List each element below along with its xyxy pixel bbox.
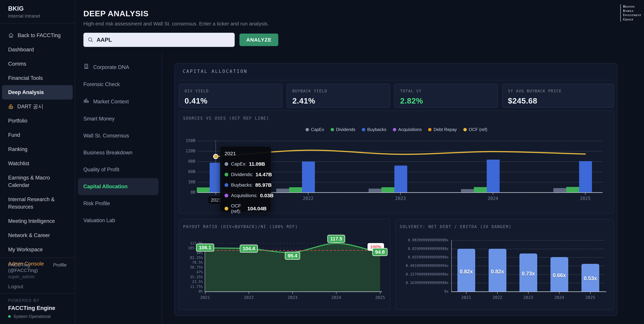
y-tick-label: 70.5% [181,260,203,265]
sidebar-item-deep-analysis[interactable]: Deep Analysis [2,85,73,100]
sidebar-item-network-career[interactable]: Network & Career [0,228,75,242]
ticker-search-box [84,33,235,47]
tooltip-row-dividends: Dividends: 14.47B [224,172,266,178]
x-tick-label: 2022 [237,295,261,300]
subnav-item-valuation-lab[interactable]: Valuation Lab [75,212,162,229]
metric-value: 2.41% [292,96,384,106]
point-label-2021[interactable]: 106.1 [196,244,214,252]
axis-tick [585,193,586,195]
sidebar-item-meeting-intelligence[interactable]: Meeting Intelligence [0,214,75,228]
axis-tick [292,292,293,294]
axis-tick [380,292,380,294]
sidebar-item-label: DART 공시 [17,103,44,110]
axis-tick [336,292,336,294]
sidebar-item-ranking[interactable]: Ranking [0,142,75,156]
subnav-item-corporate-dna[interactable]: Corporate DNA [75,58,162,76]
sidebar-item-earnings-macro-calendar[interactable]: Earnings & Macro Calendar [0,171,75,192]
capital-allocation-panel: CAPITAL ALLOCATION DIV YIELD 0.41% BUYBA… [174,63,618,316]
sidebar-item-label: Financial Tools [8,74,43,82]
subnav-item-market-context[interactable]: Market Context [75,93,162,110]
subnav-item-forensic-check[interactable]: Forensic Check [75,76,162,93]
ocf-point-marker[interactable] [214,154,218,159]
x-tick-label: 2025 [368,295,392,300]
sidebar-item-portfolio[interactable]: Portfolio [0,114,75,128]
subnav-item-smart-money[interactable]: Smart Money [75,110,162,127]
x-tick-label: 2023 [281,295,304,300]
y-tick-label: 0.9839999999999998x [396,238,448,243]
y-tick-label: 30B [181,180,196,184]
main-area: DEEP ANALYSIS High-end risk assessment a… [75,0,644,324]
x-tick-label: 2025 [578,295,602,300]
sidebar-item-back-to-faccting[interactable]: Back to FACCTing [0,28,75,42]
sidebar-item-label: Comms [8,60,26,68]
bar-value-label: 0.82x [460,268,473,275]
subnav-item-risk-profile[interactable]: Risk Profile [75,195,162,212]
y-tick-label: 47% [181,270,203,275]
tooltip-title: 2021 [224,151,266,156]
page-subtitle: High-end risk assessment and Wall St. co… [84,21,644,26]
payout-ratio-chart: PAYOUT RATIO (DIV+BUYBACK)/NI (100% REF)… [179,219,390,310]
tooltip-label: Buybacks: [231,182,253,188]
legend-item-debt-repay[interactable]: Debt Repay [428,127,457,132]
y-axis-line [451,240,452,292]
point-label-2025[interactable]: 94.8 [372,248,388,256]
profile-link[interactable]: Profile [53,262,66,268]
subnav-item-label: Market Context [93,98,129,105]
point-label-2024[interactable]: 117.5 [328,235,345,243]
tooltip-row-buybacks: Buybacks: 85.97B [224,182,266,188]
sidebar-item-label: Watchlist [8,160,29,167]
axis-tick [493,193,493,195]
tooltip-value: 85.97B [255,182,272,188]
tooltip-label: Dividends: [231,172,253,177]
subnav-item-label: Forensic Check [84,81,120,88]
sidebar-item-comms[interactable]: Comms [0,57,75,71]
axis-tick [466,292,466,294]
subnav-item-label: Risk Profile [84,200,110,207]
subnav-item-capital-allocation[interactable]: Capital Allocation [78,178,158,195]
sidebar-item-dart[interactable]: DART 공시 [0,100,75,114]
y-tick-label: 0% [181,289,203,294]
x-axis-line [451,292,606,292]
subnav-item-wall-st-consensus[interactable]: Wall St. Consensus [75,127,162,144]
logout-link[interactable]: Logout [8,284,66,290]
legend-label: Buybacks [367,127,386,132]
sidebar-item-watchlist[interactable]: Watchlist [0,156,75,171]
point-label-2022[interactable]: 104.4 [240,245,258,253]
legend-dot-icon [331,128,334,131]
metric-card-buyback-yield: BUYBACK YIELD 2.41% [286,84,390,108]
lock-icon [8,104,14,109]
analyze-button[interactable]: ANALYZE [240,34,278,46]
subnav-item-business-breakdown[interactable]: Business Breakdown [75,144,162,161]
sidebar-item-my-workspace[interactable]: My Workspace [0,242,75,257]
legend-dot-icon [463,128,467,131]
x-tick-label: 2021 [454,295,478,300]
sidebar-item-dashboard[interactable]: Dashboard [0,42,75,57]
legend-item-dividends[interactable]: Dividends [331,127,356,132]
sidebar-item-fund[interactable]: Fund [0,128,75,142]
subnav-item-quality-of-profit[interactable]: Quality of Profit [75,161,162,178]
system-status: System Operational [14,314,51,319]
x-tick-label: 2022 [296,196,320,201]
sidebar-nav: Back to FACCTing Dashboard Comms Financi… [0,24,75,271]
sidebar-item-financial-tools[interactable]: Financial Tools [0,71,75,85]
ticker-search-input[interactable] [84,33,235,47]
y-tick-label: 0.6559999999999999x [396,255,448,260]
payout-area-plot [205,242,380,292]
legend-item-acquisitions[interactable]: Acquisitions [393,127,422,132]
chart-title: SOURCES VS USES (OCF REF LINE) [183,116,269,121]
y-tick-label: 35.25% [181,274,203,280]
sidebar-item-label: Deep Analysis [8,89,44,96]
point-label-2023[interactable]: 95.4 [285,252,300,260]
sidebar-item-internal-research[interactable]: Internal Research & Resources [0,192,75,214]
sidebar-item-label: Portfolio [8,117,28,124]
y-tick-label: 0.8199999999999998x [396,246,448,251]
legend-item-buybacks[interactable]: Buybacks [362,127,386,132]
solvency-chart: SOLVENCY: NET DEBT / EBITDA (3X DANGER) … [396,219,614,310]
powered-by-caption: POWERED BY [8,298,66,303]
sidebar-footer: FACCTing (@FACCTing) Profile super_admin… [0,258,75,324]
legend-item-ocf-ref[interactable]: OCF (ref) [463,127,488,132]
legend-item-capex[interactable]: CapEx [306,127,324,132]
axis-tick [590,292,590,294]
axis-tick [400,193,401,195]
engine-name: FACCTing Engine [8,305,66,311]
